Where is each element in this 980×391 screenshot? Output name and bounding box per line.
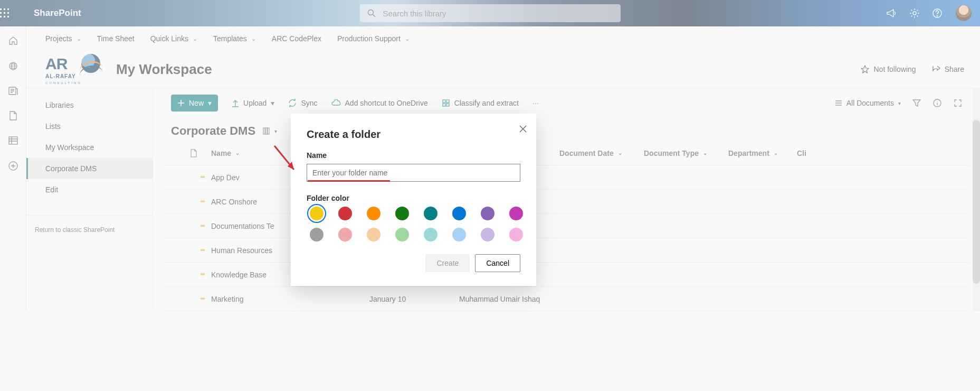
color-swatch[interactable] <box>424 207 437 220</box>
color-swatch[interactable] <box>481 207 494 220</box>
color-swatch[interactable] <box>395 228 409 241</box>
color-swatch[interactable] <box>452 207 466 220</box>
color-swatch[interactable] <box>310 228 324 241</box>
folder-name-input[interactable] <box>307 164 520 182</box>
color-swatch[interactable] <box>509 228 523 241</box>
color-swatch[interactable] <box>310 207 324 220</box>
color-swatch[interactable] <box>395 207 409 220</box>
cancel-button[interactable]: Cancel <box>475 254 520 272</box>
color-swatch[interactable] <box>338 207 352 220</box>
create-folder-dialog: Create a folder Name Folder color Create… <box>291 114 536 286</box>
dialog-title: Create a folder <box>307 128 520 141</box>
close-icon[interactable] <box>519 125 527 133</box>
color-swatch[interactable] <box>338 228 352 241</box>
annotation-underline <box>308 180 390 182</box>
color-swatch[interactable] <box>481 228 494 241</box>
color-swatch[interactable] <box>424 228 437 241</box>
color-swatch[interactable] <box>367 228 380 241</box>
folder-color-label: Folder color <box>307 194 520 202</box>
color-swatch[interactable] <box>452 228 466 241</box>
color-swatch[interactable] <box>367 207 380 220</box>
name-label: Name <box>307 151 520 160</box>
color-swatch[interactable] <box>509 207 523 220</box>
create-button[interactable]: Create <box>425 254 470 272</box>
